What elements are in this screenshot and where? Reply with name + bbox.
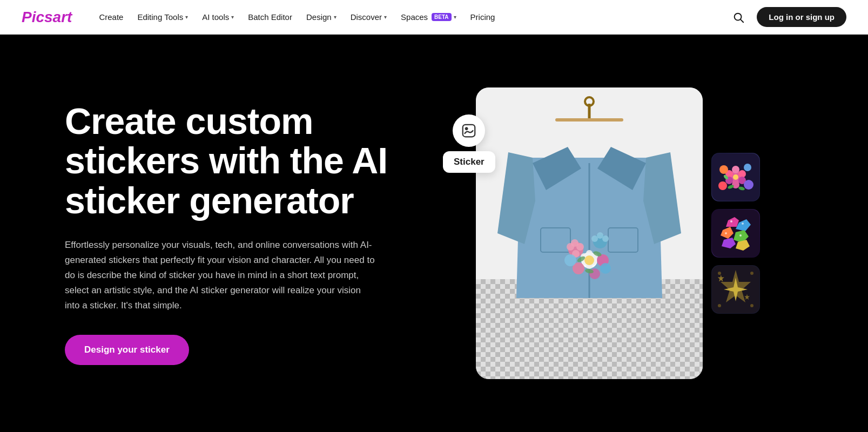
- nav-label-pricing: Pricing: [470, 12, 495, 22]
- side-thumbnails: [711, 153, 760, 314]
- thumbnail-2-image: [712, 210, 759, 257]
- sticker-icon: [461, 123, 477, 139]
- nav-item-ai-tools[interactable]: AI tools ▾: [197, 9, 239, 25]
- svg-point-68: [750, 272, 753, 275]
- thumbnail-2[interactable]: [711, 209, 760, 258]
- svg-point-37: [732, 166, 739, 173]
- logo[interactable]: Picsart: [22, 9, 72, 26]
- nav-item-create[interactable]: Create: [93, 9, 129, 25]
- logo-text: Picsart: [22, 9, 72, 25]
- svg-point-70: [750, 304, 753, 307]
- svg-point-18: [602, 235, 609, 242]
- nav-item-discover[interactable]: Discover ▾: [345, 9, 392, 25]
- jacket-illustration: [487, 93, 692, 365]
- svg-point-61: [739, 234, 742, 237]
- hero-content: Create custom stickers with the AI stick…: [65, 102, 411, 366]
- nav-label-discover: Discover: [351, 12, 382, 22]
- svg-point-17: [591, 235, 598, 242]
- svg-point-3: [466, 127, 468, 130]
- svg-point-43: [733, 174, 738, 180]
- sticker-icon-circle: [453, 114, 485, 147]
- chevron-down-icon: ▾: [231, 14, 234, 20]
- svg-point-59: [742, 222, 744, 225]
- svg-point-16: [597, 232, 603, 239]
- hero-title: Create custom stickers with the AI stick…: [65, 102, 411, 220]
- hero-section: Create custom stickers with the AI stick…: [0, 35, 868, 432]
- chevron-down-icon: ▾: [185, 14, 188, 20]
- hero-description: Effortlessly personalize your visuals, t…: [65, 238, 378, 313]
- svg-point-67: [718, 272, 721, 275]
- svg-point-39: [738, 170, 746, 178]
- nav-item-editing-tools[interactable]: Editing Tools ▾: [132, 9, 193, 25]
- svg-point-34: [600, 263, 611, 274]
- main-hero-card: [476, 87, 703, 379]
- nav-item-design[interactable]: Design ▾: [301, 9, 342, 25]
- svg-line-1: [741, 19, 743, 22]
- nav-menu: Create Editing Tools ▾ AI tools ▾ Batch …: [93, 9, 729, 25]
- nav-label-ai-tools: AI tools: [202, 12, 229, 22]
- sticker-tooltip: Sticker: [443, 114, 495, 173]
- jacket-svg: [487, 93, 692, 363]
- svg-point-44: [719, 165, 728, 174]
- thumbnail-1-image: [712, 153, 759, 201]
- svg-point-13: [576, 243, 584, 251]
- nav-item-batch-editor[interactable]: Batch Editor: [243, 9, 298, 25]
- search-button[interactable]: [729, 8, 748, 27]
- thumbnail-1[interactable]: [711, 153, 760, 201]
- nav-label-create: Create: [99, 12, 123, 22]
- svg-point-45: [744, 164, 751, 171]
- svg-point-58: [730, 220, 732, 222]
- nav-item-pricing[interactable]: Pricing: [465, 9, 501, 25]
- nav-label-batch-editor: Batch Editor: [248, 12, 292, 22]
- beta-badge: BETA: [432, 13, 451, 21]
- svg-point-26: [584, 255, 594, 265]
- nav-item-spaces[interactable]: Spaces BETA ▾: [395, 9, 462, 25]
- nav-label-spaces: Spaces: [401, 12, 428, 22]
- svg-point-33: [564, 254, 576, 266]
- thumbnail-3-image: [712, 266, 759, 313]
- design-sticker-button[interactable]: Design your sticker: [65, 335, 189, 365]
- nav-label-design: Design: [306, 12, 332, 22]
- nav-label-editing-tools: Editing Tools: [137, 12, 183, 22]
- svg-point-46: [744, 180, 753, 190]
- navbar-actions: Log in or sign up: [729, 7, 846, 27]
- svg-point-60: [725, 232, 727, 234]
- chevron-down-icon: ▾: [334, 14, 337, 20]
- sticker-tooltip-label: Sticker: [443, 151, 495, 173]
- chevron-down-icon: ▾: [454, 14, 456, 20]
- login-button[interactable]: Log in or sign up: [757, 7, 846, 27]
- thumbnail-3[interactable]: [711, 265, 760, 314]
- hero-visual: Sticker: [411, 71, 825, 395]
- search-icon: [732, 11, 744, 23]
- navbar: Picsart Create Editing Tools ▾ AI tools …: [0, 0, 868, 35]
- svg-point-47: [718, 181, 727, 190]
- svg-point-12: [567, 243, 574, 251]
- svg-point-69: [718, 304, 721, 307]
- chevron-down-icon: ▾: [384, 14, 387, 20]
